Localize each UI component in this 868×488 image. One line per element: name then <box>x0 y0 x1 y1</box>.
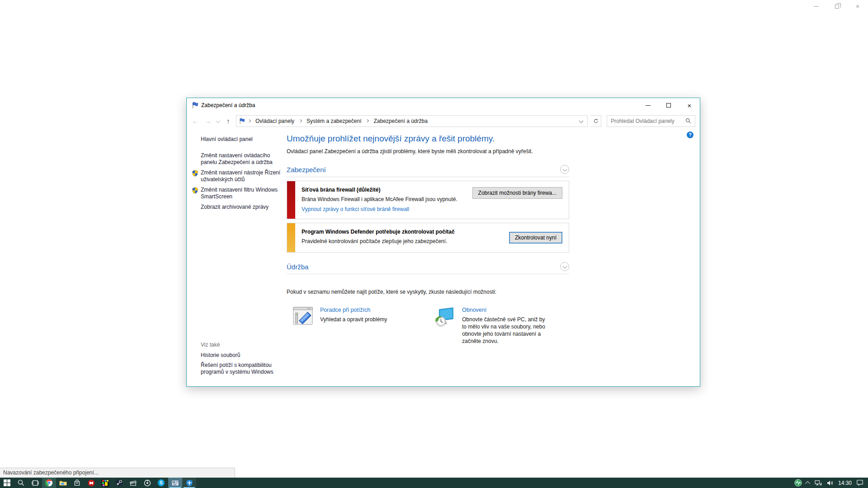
taskbar-item-video-app[interactable] <box>126 478 140 488</box>
uac-shield-icon <box>192 170 198 177</box>
close-icon: × <box>856 3 859 9</box>
refresh-button[interactable] <box>590 115 601 127</box>
flag-icon <box>239 118 245 124</box>
back-button[interactable]: ← <box>190 117 200 125</box>
taskbar-item-skype[interactable]: S <box>154 478 168 488</box>
mcafee-icon <box>88 479 95 487</box>
recovery-option[interactable]: Obnovení Obnovte částečně své PC, aniž b… <box>434 307 549 345</box>
store-bag-icon <box>74 479 80 486</box>
security-section-header: Zabezpečení <box>287 165 569 177</box>
recovery-icon <box>434 307 456 345</box>
sidebar: Hlavní ovládací panel Změnit nastavení o… <box>201 136 288 220</box>
browser-status-tooltip: Navazování zabezpečeného připojení... <box>0 468 235 478</box>
taskbar-item-dial-app[interactable] <box>140 478 154 488</box>
up-button[interactable]: ↑ <box>223 117 233 125</box>
recovery-link[interactable]: Obnovení <box>462 307 549 313</box>
action-center-icon[interactable] <box>856 479 863 486</box>
clapperboard-icon <box>129 479 137 486</box>
clock[interactable]: 14:30 <box>838 480 852 486</box>
close-icon: × <box>688 102 692 109</box>
scan-now-button[interactable]: Zkontrolovat nyní <box>509 232 562 244</box>
skype-icon: S <box>157 479 165 487</box>
breadcrumb-separator-icon <box>299 119 302 122</box>
minimize-button[interactable] <box>637 98 658 113</box>
network-icon[interactable] <box>815 480 822 486</box>
maximize-button[interactable] <box>658 98 679 113</box>
page-title: Umožňuje prohlížet nejnovější zprávy a ř… <box>287 134 569 144</box>
page-subtitle: Ovládací panel Zabezpečení a údržba zjis… <box>287 148 569 155</box>
minimize-icon <box>646 105 651 106</box>
system-tray: 14:30 <box>794 478 868 488</box>
taskbar-item-game-emulator[interactable] <box>98 478 112 488</box>
recovery-description: Obnovte částečně své PC, aniž by to mělo… <box>462 316 549 345</box>
breadcrumb-separator-icon <box>366 119 369 122</box>
sidebar-item-uac-settings[interactable]: Změnit nastavení nástroje Řízení uživate… <box>201 169 288 183</box>
maintenance-section-title: Údržba <box>287 263 308 271</box>
control-panel-icon <box>171 480 179 486</box>
close-button[interactable]: × <box>679 98 700 113</box>
window-title: Zabezpečení a údržba <box>201 102 255 108</box>
breadcrumb-control-panel[interactable]: Ovládací panely <box>254 118 296 124</box>
chrome-icon <box>45 479 53 487</box>
start-button[interactable] <box>0 478 14 488</box>
history-dropdown-icon[interactable] <box>216 119 221 123</box>
troubleshooting-option[interactable]: Poradce při potížích Vyhledat a opravit … <box>293 307 407 327</box>
navigation-toolbar: ← → ↑ Ovládací panely Systém a zabezpeče… <box>187 113 700 129</box>
troubleshoot-icon <box>293 307 314 327</box>
taskbar-item-file-explorer[interactable] <box>56 478 70 488</box>
severity-bar-warning <box>287 223 295 252</box>
breadcrumb-separator-icon <box>248 119 251 122</box>
bg-close-button[interactable]: × <box>847 0 868 13</box>
troubleshooting-link[interactable]: Poradce při potížích <box>320 307 407 313</box>
hidden-icons-chevron-icon[interactable] <box>805 481 810 486</box>
bg-restore-button[interactable] <box>826 0 847 13</box>
search-icon <box>18 479 24 486</box>
sidebar-item-smartscreen-settings[interactable]: Změnit nastavení filtru Windows SmartScr… <box>201 187 288 200</box>
sidebar-item-file-history[interactable]: Historie souborů <box>201 352 288 359</box>
health-monitor-icon[interactable] <box>794 479 802 487</box>
address-bar[interactable]: Ovládací panely Systém a zabezpečení Zab… <box>236 115 588 127</box>
search-input[interactable] <box>611 118 685 124</box>
collapse-maintenance-icon[interactable] <box>560 262 569 271</box>
taskbar-item-chrome[interactable] <box>42 478 56 488</box>
sidebar-item-program-compatibility[interactable]: Řešení potíží s kompatibilitou programů … <box>201 362 288 375</box>
maintenance-section-header: Údržba <box>287 262 569 274</box>
game-emulator-icon <box>102 479 109 487</box>
maximize-icon <box>666 103 671 108</box>
turn-off-firewall-messages-link[interactable]: Vypnout zprávy o funkci síťové bráně fir… <box>302 206 562 212</box>
help-icon[interactable]: ? <box>687 131 693 138</box>
forward-button[interactable]: → <box>203 117 213 125</box>
flag-icon <box>191 102 198 109</box>
sidebar-item-label: Změnit nastavení nástroje Řízení uživate… <box>201 169 280 183</box>
collapse-security-icon[interactable] <box>560 165 569 174</box>
show-firewall-options-button[interactable]: Zobrazit možnosti brány firewa... <box>472 187 562 199</box>
taskbar-item-mcafee[interactable] <box>84 478 98 488</box>
breadcrumb-system-security[interactable]: Systém a zabezpečení <box>305 118 363 124</box>
minimize-icon <box>814 6 819 7</box>
taskbar-item-steam[interactable] <box>112 478 126 488</box>
troubleshooting-description: Vyhledat a opravit problémy <box>320 316 407 323</box>
title-bar[interactable]: Zabezpečení a údržba × <box>187 98 700 113</box>
taskbar-item-defender[interactable] <box>182 478 196 488</box>
dial-icon <box>144 479 151 487</box>
restore-icon <box>835 5 839 9</box>
security-section-title: Zabezpečení <box>287 166 326 174</box>
taskbar-item-store[interactable] <box>70 478 84 488</box>
firewall-alert: Síťová brána firewall (důležité) Brána W… <box>287 181 569 219</box>
refresh-icon <box>593 118 599 124</box>
task-view-button[interactable] <box>28 478 42 488</box>
taskbar-search-button[interactable] <box>14 478 28 488</box>
search-icon[interactable] <box>685 118 691 124</box>
sidebar-item-control-panel-home[interactable]: Hlavní ovládací panel <box>201 136 288 143</box>
taskbar-item-control-panel[interactable] <box>168 478 182 488</box>
breadcrumb-security-maintenance[interactable]: Zabezpečení a údržba <box>372 118 429 124</box>
bg-minimize-button[interactable] <box>806 0 826 13</box>
sidebar-item-archived-messages[interactable]: Zobrazit archivované zprávy <box>201 204 288 211</box>
search-box[interactable] <box>607 115 695 127</box>
address-dropdown-icon[interactable] <box>579 119 584 123</box>
security-maintenance-window: Zabezpečení a údržba × ← → ↑ Ovládací pa… <box>186 98 700 387</box>
uac-shield-icon <box>192 187 198 194</box>
volume-icon[interactable] <box>826 480 834 486</box>
sidebar-item-change-settings[interactable]: Změnit nastavení ovládacího panelu Zabez… <box>201 152 288 166</box>
steam-icon <box>115 479 123 487</box>
